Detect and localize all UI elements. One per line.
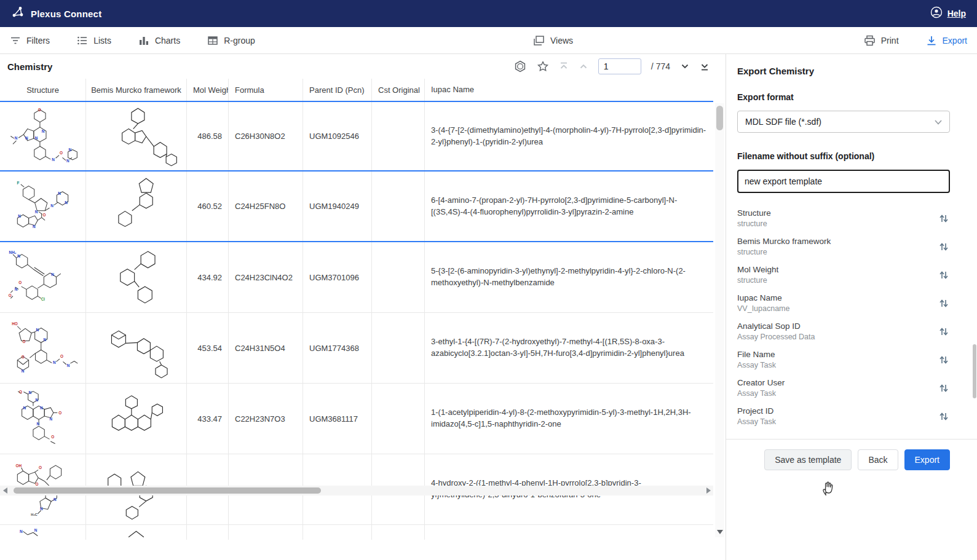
page-number-input[interactable] bbox=[598, 58, 641, 74]
table-vertical-scrollbar[interactable] bbox=[715, 103, 724, 537]
field-source: structure bbox=[737, 276, 778, 285]
reorder-icon[interactable] bbox=[938, 212, 950, 225]
cst-cell bbox=[372, 242, 425, 312]
vertical-scrollbar-thumb[interactable] bbox=[716, 106, 723, 130]
molweight-cell: 486.58 bbox=[187, 102, 229, 170]
reorder-icon[interactable] bbox=[938, 240, 950, 253]
svg-text:O: O bbox=[39, 466, 42, 470]
filters-button[interactable]: Filters bbox=[10, 35, 50, 46]
scroll-left-arrow[interactable] bbox=[0, 486, 10, 495]
reorder-icon[interactable] bbox=[938, 382, 950, 395]
reorder-icon[interactable] bbox=[938, 325, 950, 338]
export-field-analytical-sop-id[interactable]: Analytical Sop ID Assay Processed Data bbox=[737, 317, 950, 345]
reorder-icon[interactable] bbox=[938, 353, 950, 366]
formula-cell: C26H30N8O2 bbox=[229, 102, 303, 170]
horizontal-scrollbar-thumb[interactable] bbox=[14, 487, 321, 494]
export-field-file-name[interactable]: File Name Assay Task bbox=[737, 345, 950, 374]
filename-input[interactable] bbox=[737, 170, 950, 193]
field-source: Assay Task bbox=[737, 361, 776, 369]
svg-text:F: F bbox=[17, 180, 19, 184]
save-as-template-button[interactable]: Save as template bbox=[764, 449, 852, 470]
views-button[interactable]: Views bbox=[532, 35, 573, 46]
column-header-structure[interactable]: Structure bbox=[0, 79, 86, 101]
column-header-formula[interactable]: Formula bbox=[229, 79, 303, 101]
svg-text:HO: HO bbox=[12, 321, 18, 326]
export-field-structure[interactable]: Structure structure bbox=[737, 204, 950, 232]
export-fields-list: Structure structure Bemis Murcko framewo… bbox=[737, 204, 950, 430]
field-source: Assay Processed Data bbox=[737, 333, 815, 341]
structure-image: N N O N N N O N O bbox=[0, 384, 86, 454]
cst-cell bbox=[372, 172, 425, 241]
table-horizontal-scrollbar[interactable] bbox=[0, 486, 713, 495]
table-row-partial[interactable]: NN bbox=[0, 525, 713, 540]
parentid-cell bbox=[303, 525, 372, 540]
print-button[interactable]: Print bbox=[864, 35, 899, 46]
charts-icon bbox=[138, 35, 149, 46]
reorder-icon[interactable] bbox=[938, 269, 950, 282]
charts-button[interactable]: Charts bbox=[138, 35, 180, 46]
first-page-icon[interactable] bbox=[559, 61, 569, 71]
favorite-star-icon[interactable] bbox=[537, 60, 549, 73]
formula-cell: C24H31N5O4 bbox=[229, 313, 303, 383]
previous-page-icon[interactable] bbox=[579, 61, 588, 71]
export-button[interactable]: Export bbox=[904, 449, 950, 470]
table-row[interactable]: HO O N N N O N O N bbox=[0, 313, 713, 384]
lists-button[interactable]: Lists bbox=[77, 35, 111, 46]
svg-text:O: O bbox=[18, 280, 22, 285]
scroll-right-arrow[interactable] bbox=[703, 486, 713, 495]
column-header-iupac[interactable]: Iupac Name bbox=[425, 79, 713, 101]
export-field-framework[interactable]: Bemis Murcko framework structure bbox=[737, 232, 950, 261]
export-field-project-id[interactable]: Project ID Assay Task bbox=[737, 402, 950, 430]
chevron-down-icon bbox=[935, 117, 942, 127]
export-panel-footer: Save as template Back Export bbox=[726, 439, 977, 470]
svg-text:O: O bbox=[19, 390, 22, 394]
export-panel: Export Chemistry Export format MDL SDF f… bbox=[726, 54, 977, 560]
framework-image bbox=[86, 242, 187, 312]
iupac-cell: 1-(1-acetylpiperidin-4-yl)-8-(2-methoxyp… bbox=[425, 384, 713, 454]
svg-text:N: N bbox=[15, 287, 18, 291]
table-row[interactable]: F N N N N O N N bbox=[0, 172, 713, 242]
molweight-cell: 453.54 bbox=[187, 313, 229, 383]
export-field-iupacname[interactable]: Iupac Name VV_Iupacname bbox=[737, 289, 950, 317]
help-link[interactable]: Help bbox=[947, 9, 966, 18]
toolbar: Filters Lists Charts R-group Views bbox=[0, 27, 977, 54]
export-field-creator-user[interactable]: Creator User Assay Task bbox=[737, 374, 950, 402]
iupac-cell: 6-[4-amino-7-(propan-2-yl)-7H-pyrrolo[2,… bbox=[425, 172, 713, 241]
rgroup-button[interactable]: R-group bbox=[207, 35, 255, 46]
export-format-select[interactable]: MDL SDF file (*.sdf) bbox=[737, 111, 950, 133]
svg-text:N: N bbox=[23, 406, 26, 410]
table-row[interactable]: O N N N N N O N N bbox=[0, 101, 713, 172]
scroll-down-arrow[interactable] bbox=[716, 527, 724, 536]
molweight-cell bbox=[187, 525, 229, 540]
column-header-framework[interactable]: Bemis Murcko framework bbox=[86, 79, 187, 101]
back-button[interactable]: Back bbox=[858, 449, 898, 470]
column-header-parentid[interactable]: Parent ID (Pcn) bbox=[303, 79, 372, 101]
svg-text:NH₂: NH₂ bbox=[9, 250, 17, 254]
pagination: / 774 bbox=[513, 58, 718, 74]
export-field-molweight[interactable]: Mol Weight structure bbox=[737, 261, 950, 289]
account-icon[interactable] bbox=[930, 6, 943, 21]
reorder-icon[interactable] bbox=[938, 410, 950, 423]
column-header-molweight[interactable]: Mol Weight bbox=[187, 79, 229, 101]
structure-image: O N N N N N O N N bbox=[0, 102, 86, 170]
field-source: structure bbox=[737, 219, 771, 228]
framework-image bbox=[86, 384, 187, 454]
export-button-toolbar[interactable]: Export bbox=[926, 35, 967, 46]
last-page-icon[interactable] bbox=[700, 61, 710, 71]
filters-label: Filters bbox=[26, 36, 50, 45]
field-label: Bemis Murcko framework bbox=[737, 237, 831, 246]
window-scrollbar-thumb[interactable] bbox=[973, 344, 976, 398]
svg-text:O: O bbox=[58, 411, 61, 415]
table-row[interactable]: N NH₂ N Cl O N O bbox=[0, 242, 713, 313]
table-row[interactable]: N N O N N N O N O bbox=[0, 384, 713, 454]
field-source: VV_Iupacname bbox=[737, 304, 789, 313]
cst-cell bbox=[372, 313, 425, 383]
svg-text:O: O bbox=[22, 355, 25, 359]
reorder-icon[interactable] bbox=[938, 297, 950, 310]
chemistry-table: Structure Bemis Murcko framework Mol Wei… bbox=[0, 79, 713, 540]
svg-text:N: N bbox=[69, 148, 72, 152]
structure-search-icon[interactable] bbox=[513, 60, 527, 73]
column-header-cst[interactable]: Cst Original bbox=[372, 79, 425, 101]
next-page-icon[interactable] bbox=[680, 61, 690, 71]
svg-text:N: N bbox=[58, 191, 61, 195]
